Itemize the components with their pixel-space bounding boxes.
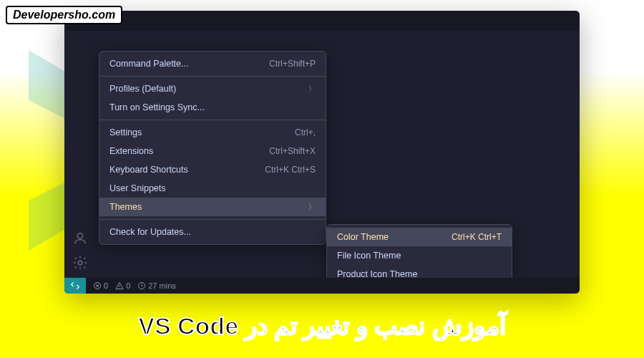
manage-gear-icon[interactable] [72,255,88,271]
chevron-right-icon: 〉 [308,202,316,212]
watermark-logo: Developersho.com [6,6,122,24]
caption-word-vscode: VS Code [138,312,238,339]
menu-user-snippets[interactable]: User Snippets [99,179,326,198]
settings-context-menu: Command Palette... Ctrl+Shift+P Profiles… [99,51,326,245]
menu-settings[interactable]: Settings Ctrl+, [99,123,326,142]
menu-shortcut: Ctrl+K Ctrl+T [452,232,502,242]
status-errors[interactable]: 0 [93,281,108,290]
caption-word-in: در [245,312,268,339]
clock-icon [137,281,146,290]
status-bar: 0 0 27 mins [64,278,580,294]
svg-point-1 [77,233,82,238]
menu-check-updates[interactable]: Check for Updates... [99,223,326,241]
status-warnings-count: 0 [126,281,130,290]
status-time[interactable]: 27 mins [137,281,176,290]
menu-label: Themes [109,202,142,212]
menu-label: Profiles (Default) [109,84,176,94]
menu-shortcut: Ctrl+Shift+X [269,146,316,156]
menu-label: Check for Updates... [109,227,191,237]
menu-command-palette[interactable]: Command Palette... Ctrl+Shift+P [99,54,326,73]
caption-text: آموزش نصب و تغییر تم در VS Code [0,311,644,340]
menu-label: Turn on Settings Sync... [109,102,205,112]
error-icon [93,281,102,290]
status-time-label: 27 mins [148,281,176,290]
window-titlebar [64,11,580,31]
menu-shortcut: Ctrl+K Ctrl+S [265,165,316,175]
chevron-right-icon: 〉 [308,84,316,94]
remote-icon [70,281,80,291]
menu-shortcut: Ctrl+Shift+P [269,59,316,69]
submenu-file-icon-theme[interactable]: File Icon Theme [327,246,512,265]
activity-bar [64,31,96,278]
vscode-window: Command Palette... Ctrl+Shift+P Profiles… [64,11,580,294]
caption-word-theme: نصب و تغییر تم [274,312,425,339]
menu-shortcut: Ctrl+, [295,127,316,137]
menu-label: Extensions [109,146,153,156]
menu-profiles[interactable]: Profiles (Default) 〉 [99,79,326,98]
menu-label: File Icon Theme [337,251,401,261]
menu-label: Command Palette... [109,59,188,69]
menu-label: Keyboard Shortcuts [109,165,188,175]
svg-point-2 [78,261,82,265]
menu-separator [99,120,326,120]
menu-label: Color Theme [337,232,389,242]
accounts-icon[interactable] [72,231,88,246]
status-errors-count: 0 [104,281,108,290]
status-warnings[interactable]: 0 [115,281,130,290]
warning-icon [115,281,124,290]
menu-keyboard-shortcuts[interactable]: Keyboard Shortcuts Ctrl+K Ctrl+S [99,160,326,179]
menu-separator [99,76,326,77]
menu-themes[interactable]: Themes 〉 [99,198,326,216]
remote-button[interactable] [64,278,86,294]
menu-label: User Snippets [109,183,166,193]
submenu-color-theme[interactable]: Color Theme Ctrl+K Ctrl+T [327,228,512,246]
menu-extensions[interactable]: Extensions Ctrl+Shift+X [99,142,326,160]
menu-settings-sync[interactable]: Turn on Settings Sync... [99,98,326,117]
caption-word-tutorial: آموزش [432,312,506,339]
menu-separator [99,219,326,220]
menu-label: Settings [109,127,142,137]
